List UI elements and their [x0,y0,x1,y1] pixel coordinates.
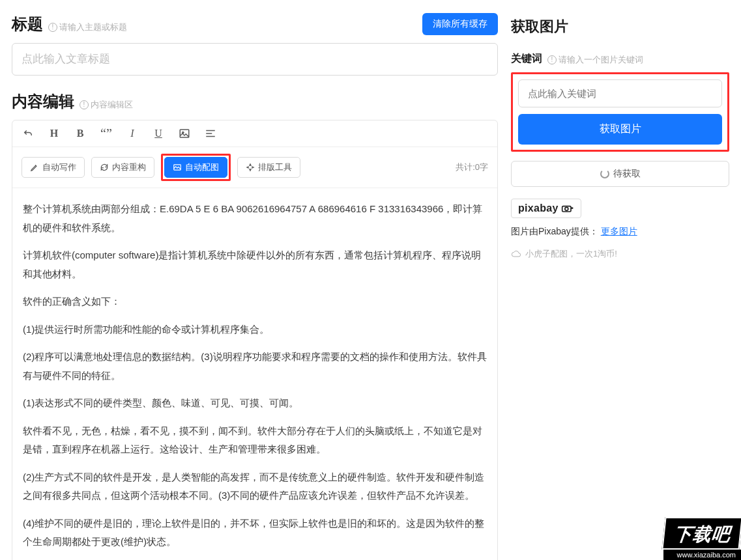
heading-icon[interactable]: H [48,127,61,140]
layout-tool-button[interactable]: 排版工具 [237,157,300,178]
svg-point-7 [565,207,568,210]
format-toolbar: H B “” I U [12,120,497,147]
info-icon: ! [48,23,57,32]
title-hint: ! 请输入主题或标题 [48,21,127,33]
get-image-panel-title: 获取图片 [511,17,729,36]
paragraph: 计算机软件(computer software)是指计算机系统中除硬件以外的所有… [23,246,487,283]
paragraph: 整个计算机系统由两部分组成：E.69DA 5 E 6 BA 9062616964… [23,200,487,237]
paragraph: (2)生产方式不同的软件是开发，是人类智能的高发挥，而不是传统意义上的硬件制造。… [23,468,487,505]
underline-icon[interactable]: U [152,127,165,140]
title-label: 标题 [12,14,43,35]
svg-rect-8 [571,207,573,209]
refresh-icon [100,163,109,172]
spinner-icon [600,169,609,178]
keyword-hint: ! 请输入一个图片关键词 [547,54,643,66]
editor-container: H B “” I U 自动写作 内容重构 [12,120,498,560]
pending-button[interactable]: 待获取 [511,161,729,187]
watermark: 下载吧 www.xiazaiba.com [663,517,741,560]
bold-icon[interactable]: B [74,127,87,140]
word-count-label: 共计:0字 [456,161,488,173]
footer-note: 小虎子配图，一次1淘币! [511,248,729,260]
paragraph: 软件看不见，无色，枯燥，看不见，摸不到，闻不到。软件大部分存在于人们的头脑或纸上… [23,422,487,459]
info-icon: ! [80,100,89,109]
paragraph: (1)提供运行时所需功能和性能的命令或计算机程序集合。 [23,320,487,339]
camera-icon [561,204,574,213]
content-edit-hint: ! 内容编辑区 [80,99,133,111]
pencil-icon [30,163,39,172]
cloud-icon [511,250,521,258]
paragraph: (1)表达形式不同的硬件类型、颜色、味道、可见、可摸、可闻。 [23,394,487,413]
editor-content-area[interactable]: 整个计算机系统由两部分组成：E.69DA 5 E 6 BA 9062616964… [12,188,497,560]
keyword-highlight-box: 获取图片 [511,72,729,152]
paragraph: (4)维护不同的硬件是旧的，理论上软件是旧的，并不坏，但实际上软件也是旧的和坏的… [23,514,487,552]
italic-icon[interactable]: I [126,127,139,140]
image-icon[interactable] [178,127,191,140]
picture-icon [173,163,182,172]
content-edit-label: 内容编辑 [12,91,74,112]
watermark-logo: 下载吧 [661,517,741,550]
title-section-header: 标题 ! 请输入主题或标题 清除所有缓存 [12,13,498,35]
action-toolbar: 自动写作 内容重构 自动配图 排版工具 共计:0字 [12,147,497,188]
get-image-button[interactable]: 获取图片 [518,114,722,145]
keyword-input[interactable] [518,79,722,107]
auto-image-button[interactable]: 自动配图 [164,157,227,178]
info-icon: ! [547,55,557,64]
clear-cache-button[interactable]: 清除所有缓存 [422,13,498,35]
quote-icon[interactable]: “” [100,127,113,140]
content-restructure-button[interactable]: 内容重构 [91,157,154,178]
pixabay-badge: pixabay [511,199,581,218]
paragraph: (2)程序可以满意地处理信息的数据结构。(3)说明程序功能要求和程序需要的文档的… [23,348,487,385]
watermark-url: www.xiazaiba.com [663,550,741,560]
layout-icon [246,163,255,172]
keyword-label: 关键词 [511,52,542,66]
article-title-input[interactable] [12,43,498,76]
auto-image-highlight: 自动配图 [161,154,231,181]
auto-write-button[interactable]: 自动写作 [22,157,85,178]
align-icon[interactable] [204,127,217,140]
paragraph: 软件的正确含义如下： [23,292,487,311]
more-images-link[interactable]: 更多图片 [601,226,637,236]
undo-icon[interactable] [22,127,35,140]
image-credit-line: 图片由Pixabay提供： 更多图片 [511,226,729,238]
